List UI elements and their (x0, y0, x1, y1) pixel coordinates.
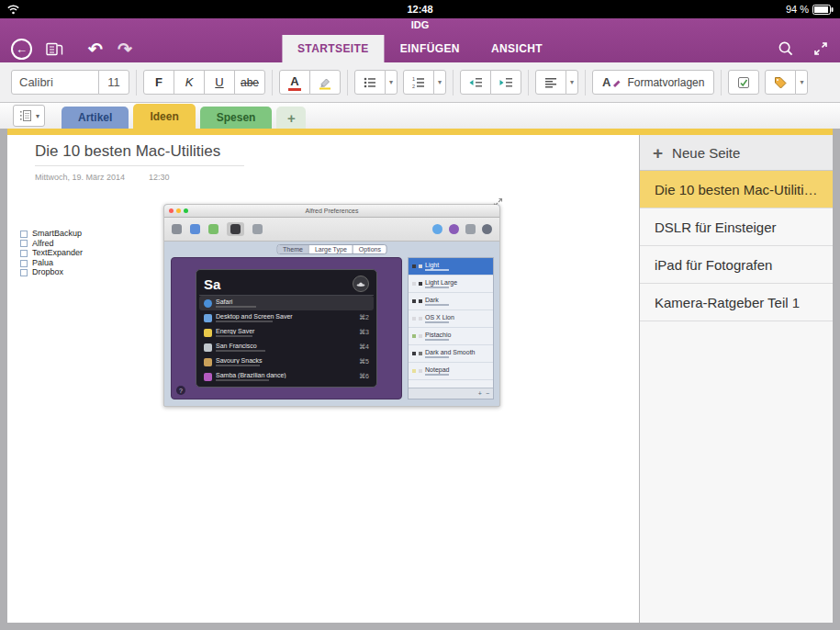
tag-button[interactable] (765, 70, 796, 95)
checklist-label[interactable]: Alfred (32, 240, 54, 249)
strikethrough-button[interactable]: abe (234, 70, 265, 95)
todo-checkbox-icon (736, 75, 751, 90)
prefs-body: Theme Large Type Options Sa (164, 242, 499, 406)
page-list-item[interactable]: Kamera-Ratgeber Teil 1 (640, 284, 833, 321)
section-tab-ideen[interactable]: Ideen (133, 104, 195, 129)
italic-label: K (185, 75, 194, 89)
theme-item: Light (409, 258, 493, 276)
todo-checkbox[interactable] (20, 240, 28, 247)
theme-swatch (419, 282, 422, 286)
checklist-label[interactable]: SmartBackup (32, 230, 82, 239)
page-title[interactable]: Die 10 besten Mac-Utilities (35, 142, 244, 166)
highlight-button[interactable] (309, 70, 341, 95)
theme-swatch (419, 352, 422, 355)
theme-item: Dark and Smooth (409, 345, 493, 363)
back-icon: ← (16, 42, 28, 56)
indent-icon (498, 75, 513, 90)
numbered-list-dropdown[interactable]: ▾ (433, 70, 446, 95)
back-button[interactable]: ← (11, 39, 32, 60)
section-tab-artikel[interactable]: Artikel (62, 107, 129, 129)
underline-button[interactable]: U (204, 70, 235, 95)
divider (585, 70, 586, 96)
todo-tag-button[interactable] (728, 70, 759, 95)
page-time: 12:30 (149, 173, 170, 182)
plus-icon: + (653, 144, 663, 162)
result-subtitle-bar (216, 379, 269, 381)
theme-item: Pistachio (409, 328, 493, 345)
styles-button[interactable]: A Formatvorlagen (592, 70, 714, 95)
page-list-item[interactable]: iPad für Fotografen (640, 246, 833, 284)
fullscreen-button[interactable] (812, 40, 829, 57)
tab-label: EINFÜGEN (400, 42, 460, 55)
font-size-button[interactable]: 11 (98, 70, 129, 95)
section-tab-spesen[interactable]: Spesen (200, 107, 273, 129)
todo-checkbox[interactable] (20, 269, 28, 276)
section-tab-label: Ideen (150, 110, 178, 123)
theme-item: Light Large (409, 276, 493, 293)
svg-text:2: 2 (412, 84, 415, 89)
status-bar: 12:48 94 % (0, 0, 840, 18)
help-icon (449, 224, 459, 234)
section-tab-label: Artikel (78, 111, 112, 124)
theme-list-footer: + − (409, 388, 493, 399)
tab-einfuegen[interactable]: EINFÜGEN (385, 35, 476, 62)
result-name: Desktop and Screen Saver (216, 313, 355, 320)
bullet-list-button[interactable] (354, 70, 386, 95)
todo-checkbox[interactable] (20, 260, 28, 267)
divider (528, 70, 529, 96)
result-icon (204, 314, 212, 322)
bullet-list-dropdown[interactable]: ▾ (385, 70, 398, 95)
theme-swatch (412, 352, 416, 355)
result-shortcut: ⌘3 (359, 329, 369, 336)
checklist-label[interactable]: TextExpander (32, 249, 83, 258)
redo-button[interactable]: ↷ (118, 40, 132, 58)
search-button[interactable] (778, 40, 794, 57)
theme-swatch (412, 369, 416, 373)
theme-subtitle-bar (425, 287, 449, 288)
tag-dropdown[interactable]: ▾ (795, 70, 808, 95)
todo-checkbox[interactable] (20, 250, 28, 257)
outdent-button[interactable] (460, 70, 491, 95)
nav-row: ← ↶ ↷ STARTSEITE EINFÜGEN (0, 35, 840, 62)
tab-startseite[interactable]: STARTSEITE (282, 35, 385, 62)
embedded-image-alfred-preferences[interactable]: Alfred Preferences (163, 204, 500, 407)
result-icon (204, 373, 212, 381)
align-dropdown[interactable]: ▾ (566, 70, 578, 95)
bold-button[interactable]: F (143, 70, 174, 95)
outdent-icon (468, 75, 483, 90)
undo-button[interactable]: ↶ (88, 40, 103, 58)
tab-ansicht[interactable]: ANSICHT (476, 35, 558, 62)
theme-name: Light (425, 262, 449, 268)
page-item-title: Die 10 besten Mac-Utiliti… (655, 182, 818, 197)
theme-name: Dark (425, 297, 449, 303)
todo-checkbox[interactable] (20, 231, 28, 238)
notebook-pane-toggle[interactable]: ▾ (13, 105, 45, 127)
italic-button[interactable]: K (174, 70, 205, 95)
checklist-label[interactable]: Palua (32, 259, 53, 268)
result-subtitle-bar (216, 306, 256, 308)
section-bar: ▾ Artikel Ideen Spesen + (0, 103, 840, 129)
add-section-tab[interactable]: + (276, 107, 306, 129)
numbered-list-button[interactable]: 12 (403, 70, 434, 95)
font-color-button[interactable]: A (279, 70, 310, 95)
result-shortcut: ⌘4 (359, 343, 369, 351)
theme-name: Notepad (425, 366, 449, 373)
advanced-icon (252, 224, 263, 234)
page-list-item[interactable]: DSLR für Einsteiger (640, 208, 833, 246)
note-page[interactable]: Die 10 besten Mac-Utilities Mittwoch, 19… (7, 135, 639, 623)
page-list-sidebar: + Neue Seite Die 10 besten Mac-Utiliti… … (639, 135, 833, 623)
indent-button[interactable] (490, 70, 521, 95)
font-name-button[interactable]: Calibri (11, 70, 99, 95)
align-button[interactable] (535, 70, 566, 95)
theme-swatch (412, 317, 416, 321)
notebooks-button[interactable] (45, 41, 64, 57)
checklist-label[interactable]: Dropbox (32, 268, 63, 277)
page-list-item[interactable]: Die 10 besten Mac-Utiliti… (640, 171, 833, 208)
theme-swatch (412, 334, 416, 338)
highlighter-icon (318, 75, 332, 90)
section-list-icon (18, 108, 33, 123)
appearance-icon (230, 224, 241, 234)
result-shortcut: ⌘5 (359, 358, 369, 366)
new-page-button[interactable]: + Neue Seite (640, 135, 833, 171)
page-date: Mittwoch, 19. März 2014 (35, 173, 125, 182)
